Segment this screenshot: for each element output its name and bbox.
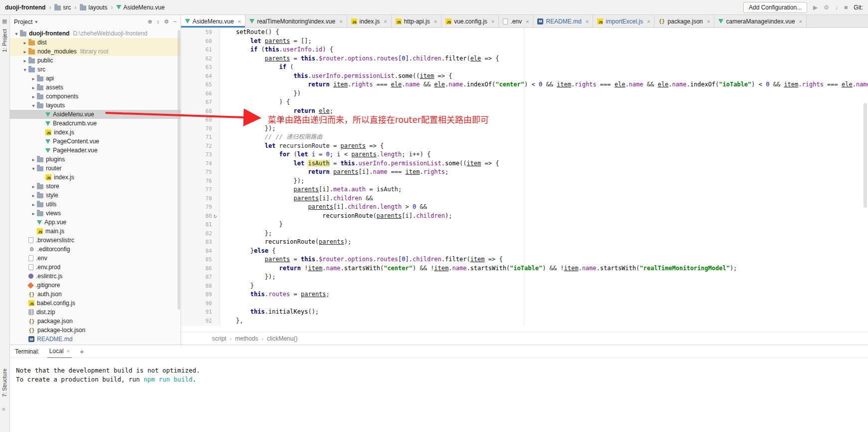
code-editor[interactable]: 59 setRoute() {60 let parents = [];61 if…: [181, 28, 868, 326]
breadcrumb-item[interactable]: layouts: [80, 4, 107, 11]
line-number[interactable]: 86: [181, 264, 212, 273]
line-number[interactable]: 67: [181, 98, 212, 107]
hide-icon[interactable]: −: [174, 18, 177, 25]
tree-item[interactable]: ▾layouts: [10, 101, 181, 110]
chevron-right-icon[interactable]: ▸: [30, 85, 37, 90]
line-number[interactable]: 66: [181, 89, 212, 98]
chevron-right-icon[interactable]: ▸: [30, 94, 37, 99]
tree-item[interactable]: Breadcrumb.vue: [10, 119, 181, 128]
terminal-output[interactable]: Note that the development build is not o…: [10, 358, 868, 384]
tab-close-icon[interactable]: ×: [434, 18, 437, 24]
chevron-right-icon[interactable]: ▸: [21, 58, 28, 63]
tab-close-icon[interactable]: ×: [384, 18, 387, 24]
chevron-down-icon[interactable]: ▾: [30, 103, 37, 108]
git-branch-label[interactable]: Git:: [854, 4, 863, 11]
new-terminal-button[interactable]: +: [80, 347, 84, 356]
tree-item[interactable]: ▸dist: [10, 38, 181, 47]
line-number[interactable]: 63: [181, 63, 212, 72]
line-number[interactable]: 69: [181, 115, 212, 124]
line-number[interactable]: 65: [181, 80, 212, 89]
tab-close-icon[interactable]: ×: [526, 18, 529, 24]
project-scrollbar[interactable]: [178, 30, 180, 310]
structure-tool-icon[interactable]: ≡: [2, 406, 5, 412]
chevron-right-icon[interactable]: ▸: [30, 76, 37, 81]
tree-item[interactable]: {}package.json: [10, 317, 181, 326]
locate-icon[interactable]: ⊕: [148, 18, 152, 25]
editor-tab[interactable]: .env×: [499, 15, 533, 27]
chevron-right-icon[interactable]: ▸: [30, 202, 37, 207]
line-number[interactable]: 76: [181, 177, 212, 186]
line-number[interactable]: 64: [181, 72, 212, 81]
breadcrumb-item[interactable]: duoji-frontend: [5, 4, 45, 11]
tab-close-icon[interactable]: ×: [66, 348, 69, 354]
tree-item[interactable]: ▾router: [10, 164, 181, 173]
line-number[interactable]: 89: [181, 290, 212, 299]
project-tool-icon[interactable]: ▦: [2, 18, 7, 24]
tool-window-button-project[interactable]: 1: Project: [1, 29, 7, 52]
line-number[interactable]: 71: [181, 133, 212, 142]
line-number[interactable]: 59: [181, 28, 212, 37]
tree-item[interactable]: .gitignore: [10, 281, 181, 290]
editor-tab[interactable]: JSvue.config.js×: [441, 15, 499, 27]
tool-window-button-structure[interactable]: 7: Structure: [1, 369, 7, 397]
tree-item[interactable]: PageContent.vue: [10, 137, 181, 146]
tree-item[interactable]: {}package-lock.json: [10, 326, 181, 335]
chevron-down-icon[interactable]: ▾: [21, 67, 28, 72]
line-number[interactable]: 62: [181, 54, 212, 63]
tree-item[interactable]: ▸plugins: [10, 155, 181, 164]
tab-close-icon[interactable]: ×: [647, 18, 650, 24]
tree-item[interactable]: ▸api: [10, 74, 181, 83]
tree-item[interactable]: JSindex.js: [10, 128, 181, 137]
editor-tab[interactable]: JSimportExcel.js×: [593, 15, 654, 27]
chevron-right-icon[interactable]: ▸: [30, 211, 37, 216]
line-number[interactable]: 87: [181, 273, 212, 282]
line-number[interactable]: 78: [181, 194, 212, 203]
line-number[interactable]: 91: [181, 308, 212, 317]
tab-close-icon[interactable]: ×: [707, 18, 710, 24]
editor-tab[interactable]: MREADME.md×: [533, 15, 593, 27]
tree-item[interactable]: {}auth.json: [10, 290, 181, 299]
swap-icon[interactable]: ↕: [157, 18, 160, 25]
editor-tab[interactable]: JSindex.js×: [347, 15, 392, 27]
tree-item[interactable]: ▸assets: [10, 83, 181, 92]
tree-item[interactable]: ▸store: [10, 182, 181, 191]
breadcrumb-item[interactable]: AsideMenu.vue: [116, 4, 165, 11]
settings-icon[interactable]: ⚙: [824, 4, 829, 10]
stop-icon[interactable]: ■: [844, 4, 848, 10]
add-configuration-button[interactable]: Add Configuration...: [743, 2, 807, 13]
line-number[interactable]: 82: [181, 229, 212, 238]
tree-item[interactable]: PageHeader.vue: [10, 146, 181, 155]
vertical-scrollbar[interactable]: [864, 103, 867, 208]
breadcrumb-item[interactable]: methods: [235, 335, 258, 342]
line-number[interactable]: 90: [181, 299, 212, 308]
tab-close-icon[interactable]: ×: [491, 18, 494, 24]
chevron-right-icon[interactable]: ▸: [30, 184, 37, 189]
tree-item[interactable]: .env.prod: [10, 263, 181, 272]
tree-item[interactable]: .env: [10, 254, 181, 263]
tree-item[interactable]: App.vue: [10, 218, 181, 227]
tree-item[interactable]: .eslintrc.js: [10, 272, 181, 281]
tree-item[interactable]: MREADME.md: [10, 335, 181, 344]
line-number[interactable]: 73: [181, 150, 212, 159]
line-number[interactable]: 68: [181, 107, 212, 116]
line-number[interactable]: 83: [181, 238, 212, 247]
editor-tab[interactable]: {}package.json×: [654, 15, 714, 27]
tree-item[interactable]: ⚙.editorconfig: [10, 245, 181, 254]
tab-close-icon[interactable]: ×: [339, 18, 342, 24]
line-number[interactable]: 80: [181, 212, 212, 221]
line-number[interactable]: 77: [181, 185, 212, 194]
tree-item[interactable]: JSbabel.config.js: [10, 299, 181, 308]
terminal-tab-local[interactable]: Local ×: [47, 345, 72, 358]
tree-item[interactable]: ▾src: [10, 65, 181, 74]
tree-item[interactable]: .browserslistrc: [10, 236, 181, 245]
line-number[interactable]: 72: [181, 142, 212, 151]
tree-item[interactable]: ▸style: [10, 191, 181, 200]
editor-tab[interactable]: AsideMenu.vue×: [181, 15, 245, 27]
chevron-right-icon[interactable]: ▸: [30, 157, 37, 162]
line-number[interactable]: 92: [181, 317, 212, 326]
line-number[interactable]: 74: [181, 159, 212, 168]
line-number[interactable]: 88: [181, 282, 212, 291]
line-number[interactable]: 75: [181, 168, 212, 177]
chevron-down-icon[interactable]: ▾: [30, 166, 37, 171]
run-icon[interactable]: ▶: [813, 4, 818, 10]
